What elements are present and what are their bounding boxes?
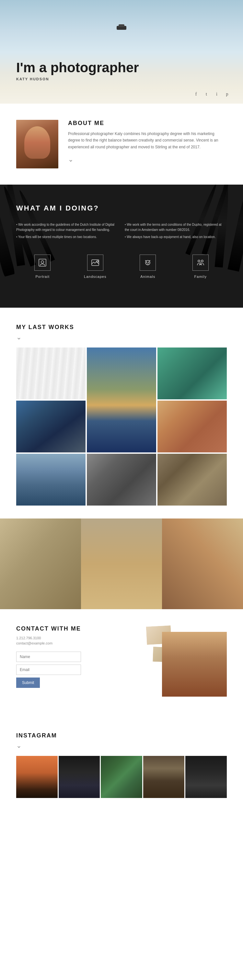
contact-email: contact@example.com — [16, 641, 126, 645]
contact-form-area: CONTACT WITH ME 1.212.796.3100 contact@e… — [16, 625, 126, 688]
animals-icon — [140, 255, 156, 271]
contact-name-input[interactable] — [16, 652, 81, 662]
twitter-icon[interactable]: t — [203, 91, 209, 97]
work-item-7[interactable] — [87, 454, 156, 506]
instagram-item-3[interactable] — [101, 756, 142, 798]
works-section: MY LAST WORKS ⌄ — [0, 308, 243, 519]
work-item-3[interactable] — [157, 347, 227, 399]
works-title: MY LAST WORKS — [16, 324, 227, 331]
svg-point-6 — [149, 262, 149, 262]
landscapes-label: Landscapes — [84, 275, 106, 278]
portrait-icon — [34, 255, 51, 271]
service-portrait[interactable]: Portrait — [16, 255, 69, 278]
work-item-5[interactable] — [157, 401, 227, 452]
svg-point-7 — [198, 260, 200, 262]
svg-point-5 — [147, 262, 147, 262]
wide-photo-section — [0, 519, 243, 609]
doing-bullets-right: We work with the terms and conditions of… — [125, 222, 227, 242]
facebook-icon[interactable]: f — [193, 91, 199, 97]
instagram-item-1[interactable] — [16, 756, 58, 798]
svg-point-9 — [200, 263, 201, 265]
instagram-title: INSTAGRAM — [16, 732, 227, 739]
about-bio: Professional photographer Katy combines … — [68, 130, 227, 150]
hero-text-block: I'm a photographer KATY HUDSON — [16, 60, 139, 81]
service-family[interactable]: Family — [174, 255, 227, 278]
hero-title: I'm a photographer — [16, 60, 139, 75]
doing-bullet-3: We work with the terms and conditions of… — [125, 222, 227, 232]
contact-form: Submit — [16, 652, 81, 688]
feather-decorations — [0, 185, 243, 308]
instagram-item-4[interactable] — [143, 756, 185, 798]
work-item-6[interactable] — [16, 454, 86, 506]
work-item-4[interactable] — [16, 401, 86, 452]
contact-title: CONTACT WITH ME — [16, 625, 126, 632]
doing-title: WHAT AM I DOING? — [16, 204, 227, 212]
service-animals[interactable]: Animals — [122, 255, 174, 278]
instagram-item-5[interactable] — [185, 756, 227, 798]
svg-rect-0 — [39, 259, 46, 266]
hero-car-decoration — [117, 26, 126, 30]
instagram-expand-chevron[interactable]: ⌄ — [16, 741, 227, 749]
svg-point-8 — [201, 260, 203, 262]
contact-submit-button[interactable]: Submit — [16, 678, 40, 688]
doing-bullet-2: Your files will be stored multiple times… — [16, 234, 118, 240]
work-item-8[interactable] — [157, 454, 227, 506]
instagram-section: INSTAGRAM ⌄ — [0, 719, 243, 798]
works-expand-chevron[interactable]: ⌄ — [16, 333, 227, 341]
works-grid — [16, 347, 227, 506]
contact-section: CONTACT WITH ME 1.212.796.3100 contact@e… — [0, 609, 243, 719]
doing-bullets-left: We work according to the guidelines of t… — [16, 222, 118, 242]
landscapes-icon — [87, 255, 103, 271]
family-label: Family — [194, 275, 207, 278]
doing-bullet-1: We work according to the guidelines of t… — [16, 222, 118, 232]
about-section: ABOUT ME Professional photographer Katy … — [0, 103, 243, 185]
portrait-label: Portrait — [36, 275, 50, 278]
instagram-icon[interactable]: i — [214, 91, 220, 97]
about-title: ABOUT ME — [68, 120, 227, 127]
service-landscapes[interactable]: Landscapes — [69, 255, 122, 278]
instagram-item-2[interactable] — [59, 756, 100, 798]
about-content: ABOUT ME Professional photographer Katy … — [68, 120, 227, 163]
about-expand-chevron[interactable]: ⌄ — [68, 156, 227, 163]
contact-email-input[interactable] — [16, 665, 81, 675]
about-photo — [16, 120, 58, 169]
svg-point-1 — [41, 261, 44, 263]
pinterest-icon[interactable]: p — [224, 91, 230, 97]
hero-photographer-name: KATY HUDSON — [16, 77, 139, 81]
contact-photos — [136, 625, 227, 703]
animals-label: Animals — [140, 275, 155, 278]
hero-social-links: f t i p — [193, 91, 230, 97]
instagram-grid — [16, 756, 227, 798]
doing-services: Portrait Landscapes — [16, 255, 227, 278]
about-photo-image — [16, 120, 58, 169]
doing-bullet-4: We always have back-up equipment at hand… — [125, 234, 227, 240]
svg-point-3 — [96, 261, 98, 262]
hero-section: I'm a photographer KATY HUDSON f t i p — [0, 0, 243, 103]
work-item-2[interactable] — [87, 347, 156, 452]
doing-bullets: We work according to the guidelines of t… — [16, 222, 227, 242]
work-item-1[interactable] — [16, 347, 86, 399]
family-icon — [192, 255, 209, 271]
contact-phone: 1.212.796.3100 — [16, 636, 126, 640]
contact-main-photo — [162, 632, 227, 697]
doing-section: WHAT AM I DOING? We work according to th… — [0, 185, 243, 308]
